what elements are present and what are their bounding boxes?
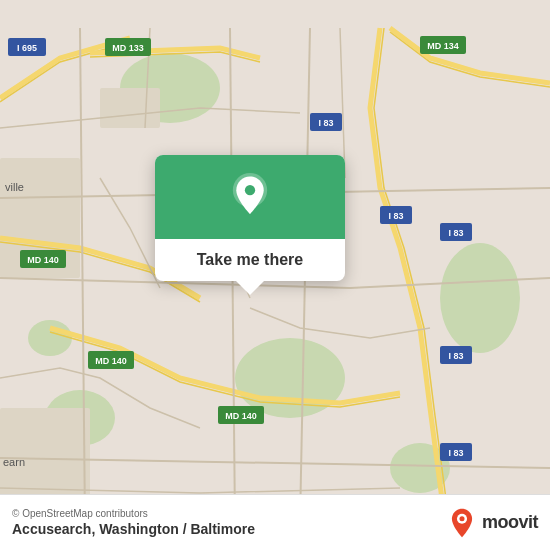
popup-label[interactable]: Take me there bbox=[181, 239, 319, 281]
svg-text:I 83: I 83 bbox=[448, 448, 463, 458]
svg-point-36 bbox=[245, 185, 255, 195]
svg-point-38 bbox=[459, 516, 464, 521]
location-pin-icon bbox=[226, 173, 274, 221]
svg-point-6 bbox=[28, 320, 72, 356]
svg-text:MD 140: MD 140 bbox=[95, 356, 127, 366]
map-container: I 695 MD 133 MD 134 I 83 I 83 I 83 MD 14… bbox=[0, 0, 550, 550]
svg-text:I 83: I 83 bbox=[318, 118, 333, 128]
svg-point-2 bbox=[440, 243, 520, 353]
svg-text:I 83: I 83 bbox=[388, 211, 403, 221]
copyright-text: © OpenStreetMap contributors bbox=[12, 508, 255, 519]
moovit-logo: moovit bbox=[446, 507, 538, 539]
svg-text:I 83: I 83 bbox=[448, 228, 463, 238]
popup-card[interactable]: Take me there bbox=[155, 155, 345, 281]
location-title: Accusearch, Washington / Baltimore bbox=[12, 521, 255, 537]
svg-text:ville: ville bbox=[5, 181, 24, 193]
svg-text:I 695: I 695 bbox=[17, 43, 37, 53]
svg-text:MD 140: MD 140 bbox=[225, 411, 257, 421]
bottom-bar: © OpenStreetMap contributors Accusearch,… bbox=[0, 494, 550, 550]
svg-text:MD 133: MD 133 bbox=[112, 43, 144, 53]
svg-text:I 83: I 83 bbox=[448, 351, 463, 361]
moovit-label: moovit bbox=[482, 512, 538, 533]
popup-header bbox=[155, 155, 345, 239]
popup-triangle bbox=[236, 281, 264, 295]
svg-text:earn: earn bbox=[3, 456, 25, 468]
moovit-icon bbox=[446, 507, 478, 539]
svg-text:MD 140: MD 140 bbox=[27, 255, 59, 265]
bottom-info: © OpenStreetMap contributors Accusearch,… bbox=[12, 508, 255, 537]
svg-text:MD 134: MD 134 bbox=[427, 41, 459, 51]
svg-rect-9 bbox=[100, 88, 160, 128]
